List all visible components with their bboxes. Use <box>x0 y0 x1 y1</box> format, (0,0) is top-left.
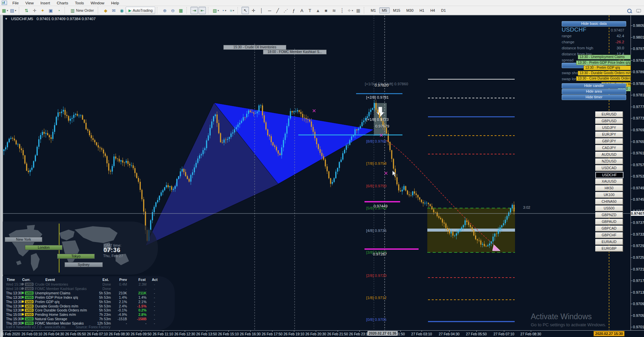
candle-body <box>80 115 81 115</box>
time-axis-tick <box>163 331 163 332</box>
symbol-button-gbpjpy[interactable]: GBPJPY <box>595 138 623 144</box>
symbol-button-gbpchf[interactable]: GBPCHF <box>595 232 623 238</box>
price-axis-tick <box>631 269 632 270</box>
symbol-button-us500[interactable]: US500 <box>595 205 623 211</box>
symbol-button-usdcad[interactable]: USDCAD <box>595 165 623 171</box>
symbol-button-china50[interactable]: CHINA50 <box>595 199 623 204</box>
search-icon[interactable] <box>627 9 632 13</box>
symbol-button-euraud[interactable]: EURAUD <box>595 239 623 245</box>
news-row-time: Thu 13:30 <box>6 295 22 299</box>
strategy-tester-button[interactable]: ◔ <box>55 7 62 14</box>
price-axis-label: 0.97735 <box>633 116 644 120</box>
menu-item-insert[interactable]: Insert <box>37 1 53 5</box>
symbol-button-hk50[interactable]: HK50 <box>595 185 623 191</box>
symbol-button-usdchf[interactable]: USDCHF <box>595 172 624 178</box>
symbol-button-eurjpy[interactable]: EURJPY <box>595 132 623 137</box>
navigator-button[interactable]: ✦ <box>39 7 46 14</box>
time-axis-tick <box>504 331 504 332</box>
timeframe-m30[interactable]: M30 <box>403 7 416 13</box>
time-axis[interactable] <box>0 330 644 331</box>
symbol-button-uk100[interactable]: UK100 <box>595 192 623 198</box>
chart-shift-button[interactable]: ⇤ <box>199 7 206 14</box>
symbol-button-eurusd[interactable]: EURUSD <box>595 111 623 117</box>
candle-body <box>194 167 195 173</box>
market-watch-icon: ⇅ <box>25 8 29 13</box>
text-button[interactable]: A <box>298 7 305 14</box>
auto-scroll-button[interactable]: ⇥ <box>190 7 198 14</box>
news-row-prev: 2.4% <box>119 304 127 308</box>
candle-body <box>110 171 111 172</box>
chart-title-collapse-icon[interactable]: ▼ <box>5 17 8 20</box>
menu-item-tools[interactable]: Tools <box>72 1 87 5</box>
symbol-button-gbpaud[interactable]: GBPAUD <box>595 219 623 225</box>
candle-body <box>466 220 467 222</box>
mailbox-button[interactable]: ✉ <box>110 7 117 14</box>
dashboard-row-value: 42.4 <box>617 34 624 38</box>
symbol-button-nzdusd[interactable]: NZDUSD <box>595 158 623 164</box>
chart-profiles-button[interactable]: ▤▾ <box>9 7 17 14</box>
zoom-in-button[interactable]: ⊕ <box>161 7 168 14</box>
zoom-out-button[interactable]: ⊖ <box>169 7 176 14</box>
objects-button[interactable]: ✧▾ <box>346 7 354 14</box>
channel-button[interactable]: ⋰ <box>282 7 289 14</box>
timeframe-m1[interactable]: M1 <box>368 7 378 13</box>
symbol-button-gbpusd[interactable]: GBPUSD <box>595 118 623 124</box>
trendline-button[interactable]: ╱ <box>274 7 281 14</box>
timeframe-m5[interactable]: M5 <box>379 7 390 13</box>
timeframe-d1[interactable]: D1 <box>438 7 448 13</box>
shapes-button[interactable]: ■ <box>322 7 330 14</box>
dropdown-arrow-icon: ▾ <box>218 9 219 12</box>
new-order-button[interactable]: ▥New Order <box>68 7 96 14</box>
fibonacci-button[interactable]: ƒ <box>290 7 297 14</box>
community-button[interactable]: ◉ <box>118 7 125 14</box>
menu-item-help[interactable]: Help <box>108 1 123 5</box>
new-chart-icon: ▦ <box>2 8 6 13</box>
tile-windows-button[interactable]: ▦ <box>177 7 184 14</box>
news-currency-chip: USD <box>25 287 34 290</box>
arrows-button[interactable]: ▲ <box>314 7 321 14</box>
symbol-button-gbpnzd[interactable]: GBPNZD <box>595 212 623 218</box>
data-window-button[interactable]: ✛ <box>31 7 38 14</box>
grid-button[interactable]: ▦ <box>354 7 362 14</box>
autotrading-button[interactable]: ▶AutoTrading <box>126 7 155 14</box>
horizontal-line-button[interactable]: ─ <box>266 7 273 14</box>
hide-area-button[interactable]: Hide area <box>562 89 626 94</box>
hide-basic-data-button[interactable]: Hide basic data <box>562 21 626 27</box>
terminal-button[interactable]: ▣ <box>47 7 54 14</box>
menu-item-file[interactable]: File <box>9 1 22 5</box>
timeframe-m15[interactable]: M15 <box>390 7 403 13</box>
hide-timer-button[interactable]: Hide timer <box>562 95 626 100</box>
timeframe-h1[interactable]: H1 <box>417 7 427 13</box>
news-row-est: 7h 53m <box>99 317 111 321</box>
menu-item-charts[interactable]: Charts <box>53 1 72 5</box>
new-chart-button[interactable]: ▦▾ <box>1 7 9 14</box>
candle-body <box>311 122 312 127</box>
crosshair-button[interactable]: ✛ <box>250 7 257 14</box>
symbol-button-xauusd[interactable]: XAUUSD <box>595 179 623 184</box>
menu-item-window[interactable]: Window <box>87 1 108 5</box>
candle-body <box>7 142 8 147</box>
vertical-line-button[interactable]: │ <box>258 7 265 14</box>
cursor-button[interactable]: ↖ <box>242 7 249 14</box>
more-lines-button[interactable]: ≋ <box>330 7 338 14</box>
grid-icon: ▦ <box>356 8 360 13</box>
chat-icon[interactable] <box>636 9 641 12</box>
alerts-button[interactable]: ◆ <box>102 7 109 14</box>
symbol-button-eurgbp[interactable]: EURGBP <box>595 246 623 251</box>
menu-item-view[interactable]: View <box>22 1 37 5</box>
market-watch-button[interactable]: ⇅ <box>23 7 30 14</box>
symbol-button-gbpcad[interactable]: GBPCAD <box>595 226 623 231</box>
templates-button[interactable]: ▧▾ <box>212 7 219 14</box>
indicators-button[interactable]: ≈▾ <box>228 7 235 14</box>
symbol-button-cadjpy[interactable]: CADJPY <box>595 145 623 151</box>
symbol-button-usdjpy[interactable]: USDJPY <box>595 125 623 131</box>
hide-candle-button[interactable]: Hide candle <box>562 83 626 89</box>
timeframe-h4[interactable]: H4 <box>428 7 438 13</box>
label-button[interactable]: T <box>306 7 313 14</box>
cycle-lines-button[interactable]: ┆ <box>338 7 346 14</box>
toolbar-separator <box>98 7 100 14</box>
activate-windows-watermark-sub: Go to PC settings to activate Windows. <box>531 322 606 327</box>
periods-button[interactable]: ◔▾ <box>220 7 227 14</box>
price-axis-label: 0.97495 <box>633 186 644 190</box>
symbol-button-audusd[interactable]: AUDUSD <box>595 152 623 157</box>
